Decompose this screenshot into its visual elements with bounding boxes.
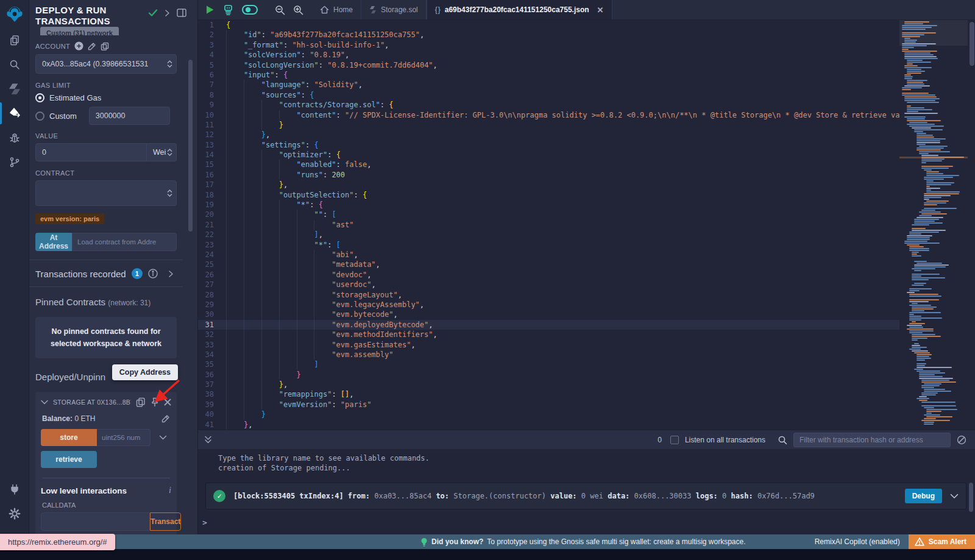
zoom-in-icon[interactable]: [293, 5, 303, 15]
value-unit-select[interactable]: Wei: [147, 143, 177, 161]
code-line: 29"evm.legacyAssembly",: [198, 300, 900, 310]
expand-tx-chevron-icon[interactable]: [950, 494, 959, 499]
copy-address-icon[interactable]: [136, 397, 146, 407]
scam-alert-button[interactable]: Scam Alert: [909, 534, 975, 549]
add-account-icon[interactable]: [74, 41, 83, 51]
tip-text: To prototype using the Gnosis safe multi…: [487, 537, 745, 546]
tab-build-info-json[interactable]: { } a69b43f277ba20fcac141151250ca755.jso…: [427, 0, 612, 19]
listen-all-checkbox[interactable]: [670, 436, 679, 444]
zoom-out-icon[interactable]: [275, 5, 285, 15]
code-line: 28"storageLayout",: [198, 290, 900, 300]
code-line: 10"content": "// SPDX-License-Identifier…: [198, 110, 900, 120]
terminal-scrollbar[interactable]: [969, 483, 973, 512]
code-line: 36}: [198, 370, 900, 380]
copilot-status[interactable]: RemixAI Copilot (enabled): [815, 537, 900, 546]
transact-button[interactable]: Transact: [150, 512, 181, 531]
tab-home[interactable]: Home: [312, 0, 361, 19]
editor-scrollbar[interactable]: [970, 22, 974, 66]
estimated-gas-radio[interactable]: [35, 93, 44, 102]
code-line: 1{: [198, 20, 900, 30]
contract-instance-title[interactable]: STORAGE AT 0X136...8B78: [53, 399, 131, 406]
sidebar-item-solidity-compiler[interactable]: [0, 77, 29, 101]
copilot-toggle-icon[interactable]: [242, 5, 258, 15]
json-file-icon: { }: [435, 5, 441, 14]
listen-all-label: Listen on all transactions: [685, 436, 765, 444]
window-bottom-strip: [0, 549, 975, 560]
custom-gas-input[interactable]: [89, 107, 170, 125]
code-line: 20"": [: [198, 210, 900, 219]
bug-icon: [9, 132, 21, 144]
code-line: 21"ast": [198, 220, 900, 230]
code-line: 38"remappings": [],: [198, 389, 900, 399]
terminal-prompt[interactable]: >: [202, 518, 207, 527]
at-address-input[interactable]: [72, 233, 177, 251]
edit-account-icon[interactable]: [88, 42, 96, 51]
code-line: 32"evm.methodIdentifiers",: [198, 330, 900, 339]
collapse-chevron-icon[interactable]: [41, 400, 48, 405]
compile-success-check-icon: [148, 9, 158, 17]
close-tab-icon[interactable]: ✕: [597, 5, 604, 15]
copy-account-icon[interactable]: [101, 42, 109, 51]
pinned-empty-message: No pinned contracts found for selected w…: [35, 317, 177, 358]
sidebar-item-plugin-manager[interactable]: [0, 477, 29, 502]
code-line: 13"settings": {: [198, 140, 900, 150]
code-editor[interactable]: 1{2"id": "a69b43f277ba20fcac141151250ca7…: [198, 20, 975, 430]
debug-button[interactable]: Debug: [905, 489, 942, 503]
sidepanel-scrollbar[interactable]: [188, 60, 193, 232]
code-line: 18"outputSelection": {: [198, 190, 900, 200]
tab-storage-sol[interactable]: Storage.sol: [361, 0, 427, 19]
sidebar-item-git[interactable]: [0, 150, 29, 174]
code-line: 26"devdoc",: [198, 270, 900, 280]
code-line: 11}: [198, 120, 900, 130]
lightbulb-icon: [420, 537, 428, 547]
run-script-play-icon[interactable]: [205, 5, 214, 15]
solidity-file-icon: [369, 5, 377, 14]
edit-balance-icon[interactable]: [161, 414, 170, 423]
clear-terminal-icon[interactable]: [957, 435, 966, 445]
contract-select[interactable]: [35, 180, 177, 206]
collapse-terminal-icon[interactable]: [204, 436, 212, 444]
custom-gas-radio[interactable]: [35, 112, 44, 121]
calldata-input[interactable]: [41, 512, 150, 531]
value-input[interactable]: [35, 143, 147, 161]
calldata-label: CALLDATA: [42, 502, 171, 509]
stepper-icon: [167, 189, 172, 197]
at-address-button[interactable]: At Address: [35, 233, 72, 251]
link-url-tooltip: https://remix.ethereum.org/#: [0, 534, 115, 550]
minimap-viewport: [899, 20, 968, 46]
terminal-filter-input[interactable]: [793, 433, 951, 447]
estimated-gas-label: Estimated Gas: [49, 93, 101, 102]
minimap[interactable]: [899, 20, 968, 430]
pin-panel-chevron-icon[interactable]: [165, 9, 170, 17]
code-line: 23"*": [: [198, 240, 900, 250]
retrieve-function-button[interactable]: retrieve: [41, 451, 97, 468]
deployed-contract-card: STORAGE AT 0X136...8B78 Balance: 0 ETH s…: [35, 392, 177, 538]
expand-chevron-icon[interactable]: [168, 270, 174, 278]
network-badge-clip: Custom (31) network: [40, 27, 132, 35]
remix-logo-icon[interactable]: [0, 0, 29, 28]
code-line: 41},: [198, 420, 900, 430]
terminal[interactable]: Type the library name to see available c…: [198, 449, 975, 534]
search-icon: [9, 58, 21, 71]
code-line: 4"solcVersion": "0.8.19",: [198, 50, 900, 60]
sidebar-item-debugger[interactable]: [0, 126, 29, 150]
transaction-log-row[interactable]: ✓ [block:5583405 txIndex:4] from: 0xa03.…: [205, 483, 966, 509]
store-arg-input[interactable]: [97, 429, 151, 446]
sidebar-item-search[interactable]: [0, 52, 29, 77]
expand-args-chevron-icon[interactable]: [159, 435, 167, 441]
layout-panel-icon[interactable]: [177, 9, 186, 17]
value-label: VALUE: [35, 132, 58, 140]
store-function-button[interactable]: store: [41, 429, 97, 446]
ai-assistant-robot-icon[interactable]: [222, 4, 234, 15]
info-icon[interactable]: [148, 269, 158, 278]
code-line: 31"evm.deployedBytecode",: [198, 320, 900, 330]
sidebar-item-deploy-and-run[interactable]: [0, 101, 29, 126]
sidebar-item-workspace[interactable]: [0, 28, 29, 52]
transactions-recorded-row[interactable]: Transactions recorded 1: [35, 260, 177, 286]
terminal-search-icon[interactable]: [778, 435, 787, 445]
pinned-contracts-title: Pinned Contracts (network: 31): [35, 297, 177, 307]
account-select-value: 0xA03...85ac4 (0.39866531531: [42, 60, 148, 68]
sidebar-item-settings[interactable]: [0, 502, 29, 526]
account-select[interactable]: 0xA03...85ac4 (0.39866531531: [35, 54, 177, 74]
low-level-info-icon[interactable]: i: [169, 486, 171, 495]
